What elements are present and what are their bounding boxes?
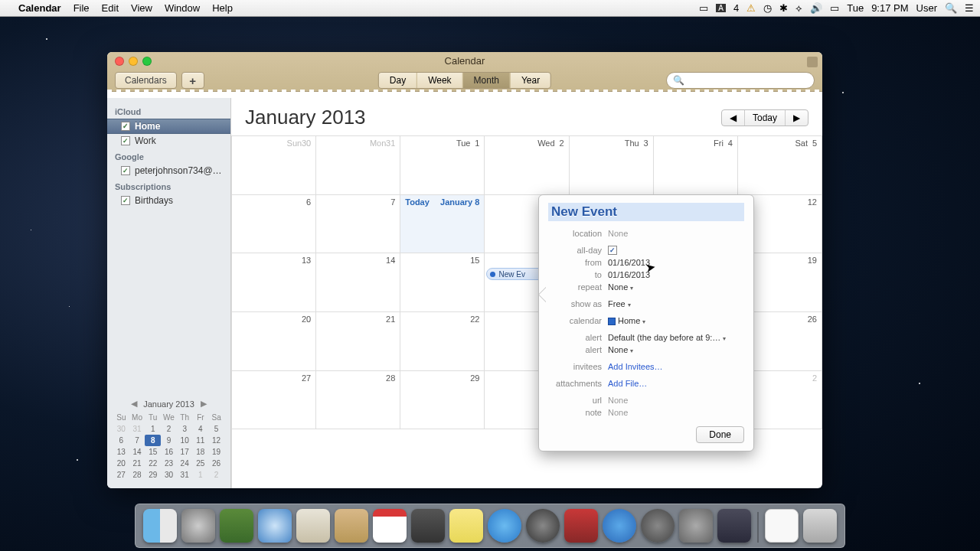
minical-day[interactable]: 29 [145,469,161,481]
dock-calendar-icon[interactable] [373,509,407,543]
timemachine-icon[interactable]: ◷ [763,2,772,14]
menu-view[interactable]: View [131,2,152,14]
calendar-dropdown[interactable]: Home [608,316,645,325]
day-cell[interactable]: Sun30 [232,136,316,195]
dock-document-icon[interactable] [765,509,799,543]
minical-day[interactable]: 25 [193,458,209,469]
minical-day[interactable]: 6 [113,435,129,446]
day-cell[interactable]: Mon31 [316,136,400,195]
minical-day[interactable]: 11 [193,435,209,446]
dock-appstore-icon[interactable] [641,509,675,543]
spotlight-icon[interactable]: 🔍 [945,2,957,14]
day-cell[interactable]: 6 [232,195,316,254]
sidebar-item[interactable]: Work [107,134,230,148]
add-event-button[interactable]: + [181,72,204,89]
dock-mail-icon[interactable] [296,509,330,543]
day-cell[interactable]: 29 [400,371,485,430]
wifi-icon[interactable]: ⟡ [795,2,802,15]
dock-photobooth-icon[interactable] [564,509,598,543]
day-cell[interactable]: Wed2 [485,136,569,195]
dock-itunes-icon[interactable] [603,509,636,543]
minical-day[interactable]: 12 [208,435,224,446]
minical-day[interactable]: 2 [208,469,224,481]
minical-day[interactable]: 22 [145,458,161,469]
sidebar-item[interactable]: peterjohnson734@… [107,164,230,178]
day-cell[interactable]: 20 [232,312,316,371]
note-field[interactable]: None [608,408,628,417]
dock-trash-icon[interactable] [803,509,837,543]
minical-day[interactable]: 30 [113,423,129,435]
dock-sysprefs-icon[interactable] [679,509,713,543]
volume-icon[interactable]: 🔊 [810,2,822,14]
minical-day[interactable]: 3 [177,423,193,435]
sidebar-item[interactable]: Birthdays [107,194,230,207]
minical-day[interactable]: 18 [193,446,209,458]
minical-day[interactable]: 10 [177,435,193,446]
bluetooth-icon[interactable]: ✱ [779,2,788,14]
minical-prev[interactable]: ◀ [131,399,137,409]
dock-launchpad-icon[interactable] [181,509,215,543]
adobe-icon[interactable]: A [716,4,726,12]
view-day[interactable]: Day [379,73,417,88]
minical-day[interactable]: 31 [177,469,193,481]
allday-checkbox[interactable] [608,246,617,255]
day-cell[interactable]: Thu3 [570,136,654,195]
calendar-checkbox[interactable] [121,122,130,131]
day-cell[interactable]: 15 [400,253,485,312]
repeat-dropdown[interactable]: None [608,282,633,292]
dock-missioncontrol-icon[interactable] [220,509,253,543]
dock-facetime-icon[interactable] [526,509,560,543]
sidebar-item[interactable]: Home [107,119,230,134]
prev-month-button[interactable]: ◀ [722,110,745,126]
day-cell[interactable]: 13 [232,253,316,312]
day-cell[interactable]: Tue1 [400,136,485,195]
minical-day[interactable]: 15 [145,446,161,458]
minical-day[interactable]: 27 [113,469,129,481]
day-cell[interactable]: 28 [316,371,400,430]
to-field[interactable]: 01/16/2013 [608,270,650,279]
from-field[interactable]: 01/16/2013 [608,258,650,267]
location-field[interactable]: None [608,229,628,238]
minical-day[interactable]: 16 [161,446,177,458]
done-button[interactable]: Done [696,426,744,443]
url-field[interactable]: None [608,396,628,405]
minical-day[interactable]: 19 [208,446,224,458]
battery-warning-icon[interactable]: ⚠ [746,2,756,14]
calendars-button[interactable]: Calendars [115,72,177,89]
day-cell[interactable]: 21 [316,312,400,371]
clock-time[interactable]: 9:17 PM [871,2,908,14]
search-field[interactable]: 🔍 [666,72,815,89]
minical-day[interactable]: 14 [129,446,145,458]
calendar-checkbox[interactable] [121,166,130,175]
minical-day[interactable]: 1 [145,423,161,435]
day-cell[interactable]: 22 [400,312,485,371]
minical-day[interactable]: 5 [208,423,224,435]
today-button[interactable]: Today [745,110,786,126]
minical-day[interactable]: 13 [113,446,129,458]
airplay-icon[interactable]: ▭ [699,2,708,14]
dock-contacts-icon[interactable] [335,509,368,543]
notification-center-icon[interactable]: ☰ [965,2,974,14]
event-title-field[interactable]: New Event [548,203,744,221]
dock-safari-icon[interactable] [258,509,292,543]
user-menu[interactable]: User [916,2,937,14]
menu-window[interactable]: Window [165,2,200,14]
next-month-button[interactable]: ▶ [786,110,808,126]
clock-day[interactable]: Tue [847,2,864,14]
minical-next[interactable]: ▶ [201,399,207,409]
minical-day[interactable]: 9 [161,435,177,446]
calendar-checkbox[interactable] [121,136,130,145]
minical-day[interactable]: 1 [193,469,209,481]
minical-day[interactable]: 28 [129,469,145,481]
menu-help[interactable]: Help [212,2,233,14]
dock-notes-icon[interactable] [449,509,483,543]
minical-day[interactable]: 8 [145,435,161,446]
minical-day[interactable]: 21 [129,458,145,469]
minical-day[interactable]: 4 [193,423,209,435]
minical-day[interactable]: 30 [161,469,177,481]
day-cell[interactable]: 14 [316,253,400,312]
showas-dropdown[interactable]: Free [608,299,631,308]
minical-day[interactable]: 17 [177,446,193,458]
dock-finder-icon[interactable] [143,509,177,543]
day-cell[interactable]: 7 [316,195,400,254]
